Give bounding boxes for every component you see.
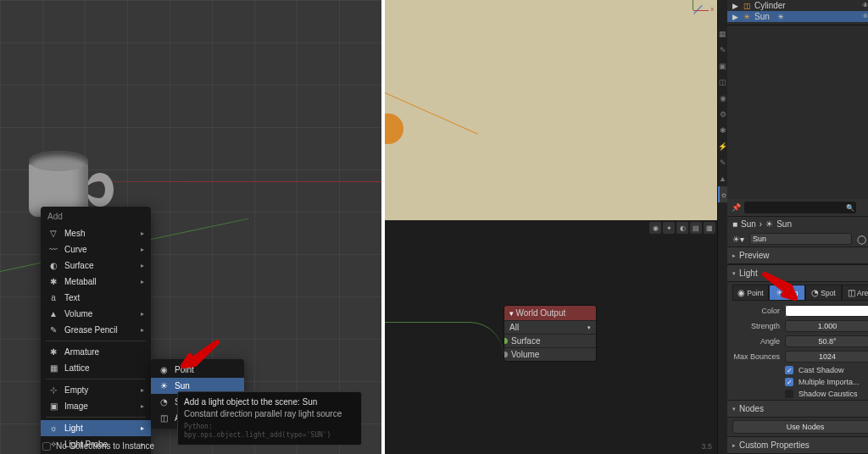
menu-icon: ▽ (47, 228, 59, 240)
menu-item-text[interactable]: aText (41, 290, 151, 306)
menu-item-volume[interactable]: ▲Volume▸ (41, 306, 151, 322)
menu-icon: ▣ (47, 401, 59, 412)
node-editor[interactable]: ◉ ✦ ◐ ▤ ▦ ▾ World Output All▾ Surface Vo… (385, 220, 717, 454)
tool-icon[interactable]: ✦ (663, 222, 675, 234)
tooltip: Add a light object to the scene: Sun Con… (177, 391, 362, 446)
color-swatch[interactable] (785, 305, 868, 317)
tool-icon[interactable]: ◉ (649, 222, 661, 234)
point-icon: ◉ (737, 288, 745, 297)
light-type-area[interactable]: ◫Area (842, 285, 868, 301)
light-type-point[interactable]: ◉Point (732, 285, 769, 301)
light-type-selector: ◉Point☀Sun◔Spot◫Area (727, 282, 868, 303)
menu-icon: ✱ (47, 346, 59, 358)
property-search: 📌 🔍 ⋮ (727, 199, 868, 217)
tool-icon[interactable]: ▤ (690, 222, 702, 234)
checkbox[interactable]: ✓ (785, 366, 793, 374)
prop-tab-icon[interactable]: ✱ (718, 122, 727, 138)
right-panel: x ◉ ✦ ◐ ▤ ▦ ▾ World Output All▾ Surface … (385, 0, 868, 454)
menu-item-image[interactable]: ▣Image▸ (41, 398, 151, 414)
node-socket-volume[interactable]: Volume (504, 347, 596, 361)
tool-icon[interactable]: ◐ (676, 222, 688, 234)
prop-tab-icon[interactable]: ▦ (718, 25, 727, 42)
outliner-row[interactable]: ▶◫Cylinder👁📷 (727, 0, 868, 11)
menu-icon: a (47, 292, 59, 304)
node-dropdown[interactable]: All▾ (504, 320, 596, 334)
properties-tabs: ▦ ✎ ▣ ◫ ◉ ⚙ ✱ ⚡ ✎ ▲ ☼ (718, 0, 727, 454)
render-preview[interactable]: x (385, 0, 717, 220)
pin-icon[interactable]: 📌 (732, 203, 741, 212)
eye-icon[interactable]: 👁 (862, 2, 868, 9)
menu-item-metaball[interactable]: ✱Metaball▸ (41, 274, 151, 290)
light-type-spot[interactable]: ◔Spot (805, 285, 842, 301)
prop-tab-light-icon[interactable]: ☼ (718, 186, 727, 202)
axis-gizmo[interactable]: x (693, 2, 712, 20)
node-socket-surface[interactable]: Surface (504, 334, 596, 347)
menu-item-point[interactable]: ◉Point (151, 362, 244, 378)
menu-item-curve[interactable]: 〰Curve▸ (41, 241, 151, 257)
sun-icon: ☀ (776, 288, 783, 297)
menu-icon: ◫ (158, 412, 170, 424)
sun-gizmo-icon[interactable] (385, 114, 403, 144)
prop-row-angle: Angle50.8° (727, 334, 868, 349)
menu-item-mesh[interactable]: ▽Mesh▸ (41, 225, 151, 241)
light-section[interactable]: ▾Light (727, 264, 868, 282)
prop-row-max-bounces: Max Bounces1024 (727, 349, 868, 364)
add-menu[interactable]: Add ▽Mesh▸〰Curve▸◐Surface▸✱Metaball▸aTex… (41, 207, 151, 454)
prop-tab-icon[interactable]: ✎ (718, 42, 727, 58)
prop-tab-icon[interactable]: ⚙ (718, 106, 727, 122)
checkbox-row: Shadow Caustics (727, 388, 868, 400)
prop-tab-icon[interactable]: ◉ (718, 90, 727, 106)
prop-tab-icon[interactable]: ◫ (718, 74, 727, 90)
prop-tab-icon[interactable]: ▲ (718, 170, 727, 186)
menu-icon: 〰 (47, 244, 59, 256)
version-label: 3.5 (701, 442, 712, 451)
menu-item-armature[interactable]: ✱Armature (41, 344, 151, 360)
eye-icon[interactable]: 👁 (862, 13, 868, 20)
spot-icon: ◔ (811, 288, 819, 297)
collection-icon (42, 442, 51, 451)
menu-item-empty[interactable]: ⊹Empty▸ (41, 382, 151, 398)
menu-icon: ▲ (47, 308, 59, 320)
checkbox[interactable] (785, 390, 793, 398)
data-block-row[interactable]: ☀▾ Sun ◯ ✕ (727, 231, 868, 246)
area-icon: ◫ (848, 288, 855, 297)
value-input[interactable]: 1024 (785, 351, 868, 363)
custom-props-section[interactable]: ▸Custom Properties (727, 436, 868, 454)
search-icon: 🔍 (846, 204, 854, 212)
breadcrumb: ■Sun › ☀Sun (727, 217, 868, 231)
sun-icon: ☀ (765, 219, 773, 229)
prop-row-strength: Strength1.000 (727, 318, 868, 334)
menu-item-surface[interactable]: ◐Surface▸ (41, 257, 151, 274)
menu-item-light[interactable]: ☼Light▸ (41, 420, 151, 436)
menu-icon: ✱ (47, 276, 59, 288)
menu-item-grease-pencil[interactable]: ✎Grease Pencil▸ (41, 322, 151, 338)
outliner-row[interactable]: ▶☀Sun☀👁📷 (727, 11, 868, 22)
right-main: x ◉ ✦ ◐ ▤ ▦ ▾ World Output All▾ Surface … (385, 0, 717, 454)
preview-section[interactable]: ▸Preview (727, 246, 868, 264)
node-header[interactable]: ▾ World Output (504, 306, 596, 320)
menu-icon: ☀ (158, 380, 170, 392)
menu-icon: ⊹ (47, 385, 59, 396)
prop-tab-icon[interactable]: ▣ (718, 58, 727, 74)
prop-tab-icon[interactable]: ⚡ (718, 138, 727, 154)
prop-tab-icon[interactable]: ✎ (718, 154, 727, 170)
right-sidebar: ▦ ✎ ▣ ◫ ◉ ⚙ ✱ ⚡ ✎ ▲ ☼ ▶◫Cylinder👁📷▶☀Sun☀… (717, 0, 868, 454)
menu-icon: ▦ (47, 363, 59, 374)
menu-item-lattice[interactable]: ▦Lattice (41, 360, 151, 376)
nodes-section[interactable]: ▾Nodes (727, 400, 868, 418)
menu-icon: ◉ (158, 364, 170, 376)
value-input[interactable]: 50.8° (785, 335, 868, 347)
world-output-node[interactable]: ▾ World Output All▾ Surface Volume (504, 305, 597, 362)
menu-icon: ✎ (47, 324, 59, 336)
use-nodes-button[interactable]: Use Nodes (732, 420, 868, 434)
value-input[interactable]: 1.000 (785, 320, 868, 332)
checkbox[interactable]: ✓ (785, 378, 793, 386)
left-panel: Add ▽Mesh▸〰Curve▸◐Surface▸✱Metaball▸aTex… (0, 0, 381, 454)
search-input[interactable] (744, 202, 856, 213)
new-icon[interactable]: ◯ (857, 235, 866, 244)
object-icon: ■ (732, 219, 737, 229)
tool-icon[interactable]: ▦ (704, 222, 715, 234)
prop-row-color: Color (727, 303, 868, 318)
light-type-sun[interactable]: ☀Sun (769, 285, 805, 301)
sun-icon: ☀▾ (732, 235, 744, 244)
